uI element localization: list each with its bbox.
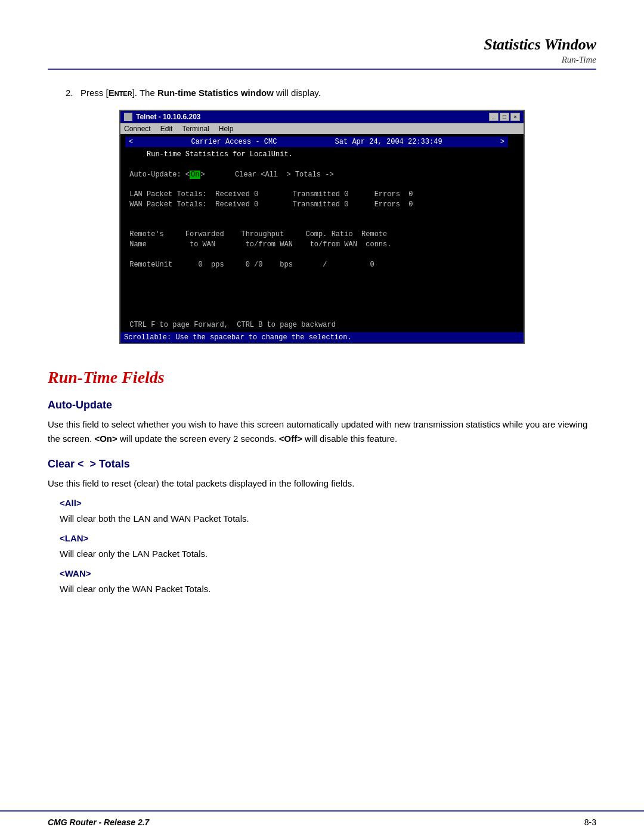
telnet-window: Telnet - 10.10.6.203 _ □ ✕ Connect Edit …	[119, 110, 525, 344]
window-name: Run-time Statistics window	[157, 88, 274, 98]
telnet-icon	[124, 113, 132, 121]
telnet-content-header: < Carrier Access - CMC Sat Apr 24, 2004 …	[125, 137, 508, 147]
header-area: Statistics Window Run-Time	[48, 36, 596, 65]
telnet-line-12: RemoteUnit 0 pps 0 /0 bps / 0	[125, 260, 508, 270]
nav-arrow-right: >	[500, 138, 504, 146]
menu-terminal[interactable]: Terminal	[182, 125, 209, 133]
menu-connect[interactable]: Connect	[124, 125, 151, 133]
telnet-line-16	[125, 300, 508, 310]
telnet-line-10: Name to WAN to/from WAN to/from WAN conn…	[125, 240, 508, 250]
footer: CMG Router - Release 2.7 8-3	[0, 810, 644, 833]
header-title: Statistics Window	[484, 36, 596, 54]
telnet-body: < Carrier Access - CMC Sat Apr 24, 2004 …	[120, 134, 524, 332]
subsection-auto-update: Auto-Update	[48, 399, 596, 411]
subsection-clear-totals: Clear < > Totals	[48, 458, 596, 470]
item-all-label: <All>	[60, 498, 596, 508]
telnet-line-3: Auto-Update: <On> Clear <All > Totals ->	[125, 170, 508, 180]
close-button[interactable]: ✕	[510, 113, 520, 121]
telnet-line-6: WAN Packet Totals: Received 0 Transmitte…	[125, 200, 508, 210]
header-subtitle: Run-Time	[562, 55, 596, 65]
menu-help[interactable]: Help	[219, 125, 234, 133]
telnet-title: Telnet - 10.10.6.203	[136, 113, 201, 121]
nav-arrow-left: <	[129, 138, 133, 146]
telnet-line-11	[125, 250, 508, 260]
telnet-line-17	[125, 310, 508, 320]
menu-edit[interactable]: Edit	[160, 125, 173, 133]
item-lan-desc: Will clear only the LAN Packet Totals.	[60, 547, 596, 561]
enter-key: Enter	[109, 88, 132, 98]
item-wan-desc: Will clear only the WAN Packet Totals.	[60, 582, 596, 596]
telnet-line-18: CTRL F to page Forward, CTRL B to page b…	[125, 320, 508, 330]
status-text: Scrollable: Use the spacebar to change t…	[124, 333, 352, 342]
header-rule	[48, 69, 596, 70]
section-heading: Run-Time Fields	[48, 368, 596, 387]
step-text: 2. Press [Enter]. The Run-time Statistic…	[66, 88, 596, 98]
footer-left: CMG Router - Release 2.7	[48, 817, 149, 827]
auto-update-body: Use this field to select whether you wis…	[48, 417, 596, 446]
telnet-line-1: Run-time Statistics for LocalUnit.	[125, 150, 508, 160]
telnet-line-4	[125, 179, 508, 190]
titlebar-buttons: _ □ ✕	[489, 113, 520, 121]
page-container: Statistics Window Run-Time 2. Press [Ent…	[0, 0, 644, 833]
telnet-line-5: LAN Packet Totals: Received 0 Transmitte…	[125, 190, 508, 200]
content-header-date: Sat Apr 24, 2004 22:33:49	[335, 138, 442, 146]
telnet-titlebar-left: Telnet - 10.10.6.203	[124, 113, 201, 121]
maximize-button[interactable]: □	[500, 113, 509, 121]
telnet-menubar: Connect Edit Terminal Help	[120, 123, 524, 134]
telnet-titlebar: Telnet - 10.10.6.203 _ □ ✕	[120, 111, 524, 123]
item-wan-label: <WAN>	[60, 568, 596, 578]
content-header-title: Carrier Access - CMC	[191, 138, 277, 146]
telnet-line-7	[125, 210, 508, 220]
minimize-button[interactable]: _	[489, 113, 499, 121]
telnet-status-bar: Scrollable: Use the spacebar to change t…	[120, 332, 524, 343]
off-bold: <Off>	[279, 433, 302, 444]
auto-update-value[interactable]: On	[190, 171, 200, 179]
item-lan-label: <LAN>	[60, 533, 596, 543]
telnet-line-14	[125, 280, 508, 290]
on-bold: <On>	[94, 433, 117, 444]
telnet-line-8	[125, 220, 508, 230]
step-number: 2.	[66, 88, 73, 98]
telnet-inner: < Carrier Access - CMC Sat Apr 24, 2004 …	[125, 137, 519, 330]
telnet-line-15	[125, 290, 508, 300]
clear-totals-body: Use this field to reset (clear) the tota…	[48, 476, 596, 491]
telnet-line-9: Remote's Forwarded Throughput Comp. Rati…	[125, 230, 508, 240]
telnet-line-2	[125, 160, 508, 170]
footer-right: 8-3	[584, 817, 596, 827]
item-all-desc: Will clear both the LAN and WAN Packet T…	[60, 512, 596, 526]
telnet-line-13	[125, 270, 508, 280]
